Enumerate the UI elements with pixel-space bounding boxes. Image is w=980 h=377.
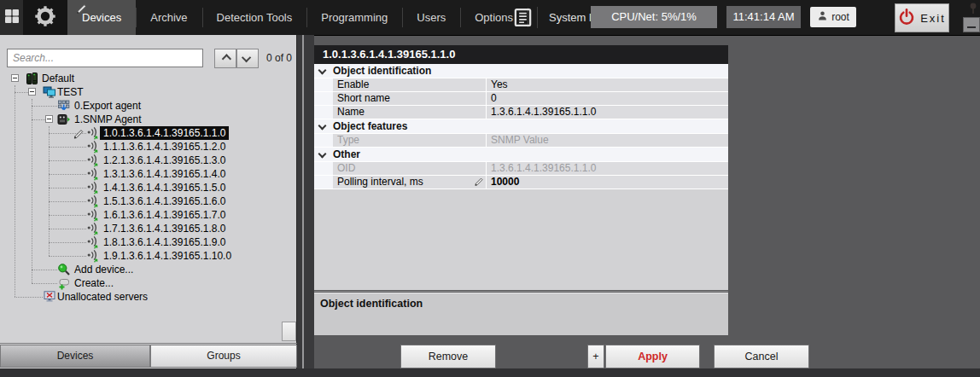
- property-name: Enable: [333, 78, 487, 91]
- tree-item-1-9-1-3-6-1-4-1-39165-1-10-0[interactable]: 1.9.1.3.6.1.4.1.39165.1.10.0: [0, 249, 297, 263]
- panel-splitter[interactable]: [297, 35, 314, 377]
- edit-pencil-icon: [72, 127, 85, 141]
- chevron-down-icon: [318, 150, 327, 159]
- tree-connector: [49, 229, 86, 229]
- chevron-up-icon: [222, 54, 231, 63]
- add-button[interactable]: +: [587, 345, 604, 368]
- tab-groups[interactable]: Groups: [150, 345, 297, 368]
- signal-icon: [86, 235, 100, 249]
- signal-icon: [86, 222, 100, 235]
- tree-item-label: Default: [42, 72, 74, 85]
- menu-tab-users[interactable]: Users: [402, 0, 460, 35]
- apply-button[interactable]: Apply: [605, 345, 700, 368]
- tree-item-1-8-1-3-6-1-4-1-39165-1-9-0[interactable]: 1.8.1.3.6.1.4.1.39165.1.9.0: [0, 235, 297, 249]
- tree-item-label: TEST: [57, 85, 84, 99]
- tree-scrollbar-corner[interactable]: [282, 322, 296, 341]
- tree-item-1-1-1-3-6-1-4-1-39165-1-2-0[interactable]: 1.1.1.3.6.1.4.1.39165.1.2.0: [0, 140, 297, 154]
- property-category-other[interactable]: Other: [314, 148, 728, 162]
- signal-icon: [86, 167, 100, 181]
- tree-item-create[interactable]: Create...: [0, 276, 297, 290]
- tree-collapse-toggle[interactable]: [11, 74, 19, 82]
- property-value[interactable]: 1.3.6.1.4.1.39165.1.1.0: [487, 162, 728, 175]
- tree-connector: [49, 174, 86, 175]
- signal-icon: [86, 181, 100, 194]
- property-row-oid[interactable]: OID1.3.6.1.4.1.39165.1.1.0: [314, 162, 728, 176]
- tree-connector: [32, 106, 57, 107]
- description-separator: [314, 291, 728, 292]
- property-row-short-name[interactable]: Short name0: [314, 92, 728, 106]
- tree-collapse-toggle[interactable]: [28, 88, 36, 96]
- property-row-type[interactable]: TypeSNMP Value: [314, 134, 728, 148]
- tree-connector: [32, 283, 57, 284]
- tree-item-label: 1.6.1.3.6.1.4.1.39165.1.7.0: [103, 208, 225, 222]
- search-prev-button[interactable]: [214, 49, 236, 68]
- tree-item-1-2-1-3-6-1-4-1-39165-1-3-0[interactable]: 1.2.1.3.6.1.4.1.39165.1.3.0: [0, 154, 297, 167]
- tree-item-1-0-1-3-6-1-4-1-39165-1-1-0[interactable]: 1.0.1.3.6.1.4.1.39165.1.1.0: [0, 126, 297, 140]
- add-device-icon: [57, 263, 71, 276]
- property-row-name[interactable]: Name1.3.6.1.4.1.39165.1.1.0: [314, 106, 728, 119]
- tree-item-test[interactable]: TEST: [0, 85, 297, 99]
- settings-gear-button[interactable]: [23, 0, 67, 35]
- row-gutter: [314, 78, 333, 91]
- property-category-object-identification[interactable]: Object identification: [314, 64, 728, 78]
- category-label: Other: [333, 148, 360, 161]
- top-menu-bar: DevicesArchiveDetection ToolsProgramming…: [0, 0, 980, 36]
- tree-connector: [15, 297, 43, 298]
- tree-item-unallocated-servers[interactable]: Unallocated servers: [0, 290, 297, 304]
- remove-button[interactable]: Remove: [400, 345, 496, 368]
- menu-tab-archive[interactable]: Archive: [136, 0, 201, 35]
- category-gutter: [314, 64, 333, 78]
- menu-tab-programming[interactable]: Programming: [306, 0, 402, 35]
- exit-button[interactable]: Exit: [895, 3, 949, 32]
- tree-item-label: 0.Export agent: [74, 99, 141, 113]
- tree-item-1-5-1-3-6-1-4-1-39165-1-6-0[interactable]: 1.5.1.3.6.1.4.1.39165.1.6.0: [0, 194, 297, 208]
- property-category-object-features[interactable]: Object features: [314, 119, 728, 134]
- clock-display: 11:41:14 AM: [726, 6, 801, 28]
- row-gutter: [314, 134, 333, 147]
- collapse-panel-button[interactable]: [963, 17, 980, 32]
- tree-item-label: 1.2.1.3.6.1.4.1.39165.1.3.0: [103, 154, 225, 167]
- tree-item-0-export-agent[interactable]: 0.Export agent: [0, 99, 297, 113]
- menu-tab-detection-tools[interactable]: Detection Tools: [202, 0, 307, 35]
- bottom-strip: [0, 368, 980, 377]
- tree-item-add-device[interactable]: Add device...: [0, 263, 297, 276]
- row-gutter: [314, 92, 333, 105]
- property-row-enable[interactable]: EnableYes: [314, 78, 728, 92]
- property-value[interactable]: 10000: [487, 176, 728, 188]
- chevron-down-icon: [318, 67, 327, 75]
- splitter-grip: [302, 35, 304, 377]
- tree-item-label: 1.8.1.3.6.1.4.1.39165.1.9.0: [103, 235, 225, 249]
- search-next-button[interactable]: [236, 49, 259, 68]
- property-value[interactable]: 0: [487, 92, 728, 105]
- sidebar-tabs-separator: [0, 343, 297, 344]
- tree-connector: [49, 160, 86, 161]
- create-icon: [57, 276, 71, 290]
- apps-menu-button[interactable]: [0, 0, 23, 35]
- current-user-button[interactable]: root: [810, 7, 856, 27]
- tree-connector: [32, 270, 57, 270]
- tree-item-label: 1.4.1.3.6.1.4.1.39165.1.5.0: [103, 181, 225, 194]
- property-row-polling-interval-ms[interactable]: Polling interval, ms10000: [314, 176, 728, 189]
- search-input[interactable]: [7, 49, 203, 67]
- unallocated-servers-icon: [43, 290, 56, 304]
- tree-item-1-7-1-3-6-1-4-1-39165-1-8-0[interactable]: 1.7.1.3.6.1.4.1.39165.1.8.0: [0, 222, 297, 235]
- property-value[interactable]: SNMP Value: [487, 134, 728, 147]
- tree-connector: [49, 201, 86, 202]
- power-icon: [898, 9, 915, 28]
- row-gutter: [314, 162, 333, 175]
- tree-item-1-3-1-3-6-1-4-1-39165-1-4-0[interactable]: 1.3.1.3.6.1.4.1.39165.1.4.0: [0, 167, 297, 181]
- property-grid: Object identificationEnableYesShort name…: [314, 64, 728, 290]
- tree-item-1-4-1-3-6-1-4-1-39165-1-5-0[interactable]: 1.4.1.3.6.1.4.1.39165.1.5.0: [0, 181, 297, 194]
- property-value[interactable]: Yes: [487, 78, 728, 91]
- tree-connector: [15, 92, 28, 93]
- tree-item-1-6-1-3-6-1-4-1-39165-1-7-0[interactable]: 1.6.1.3.6.1.4.1.39165.1.7.0: [0, 208, 297, 222]
- signal-icon: [86, 140, 100, 154]
- tab-devices[interactable]: Devices: [0, 345, 150, 368]
- tree-connector: [49, 147, 86, 148]
- tree-collapse-toggle[interactable]: [45, 115, 53, 123]
- tree-item-1-snmp-agent[interactable]: 1.SNMP Agent: [0, 113, 297, 126]
- property-value[interactable]: 1.3.6.1.4.1.39165.1.1.0: [487, 106, 728, 119]
- cancel-button[interactable]: Cancel: [714, 345, 809, 368]
- tree-item-label: Unallocated servers: [57, 290, 148, 304]
- tree-item-default[interactable]: Default: [0, 72, 297, 85]
